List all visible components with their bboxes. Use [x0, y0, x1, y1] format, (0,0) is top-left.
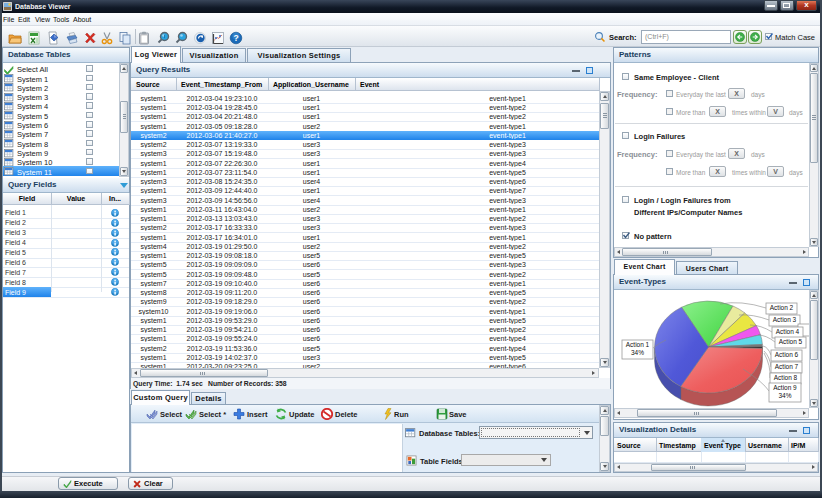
svg-text:Action 6: Action 6	[775, 351, 799, 358]
svg-text:Action 1: Action 1	[626, 341, 650, 348]
svg-text:?: ?	[233, 33, 238, 43]
svg-text:34%: 34%	[778, 392, 791, 399]
svg-text:Action 4: Action 4	[776, 328, 800, 335]
svg-text:Action 5: Action 5	[779, 338, 803, 345]
svg-text:Action 3: Action 3	[773, 316, 797, 323]
svg-text:Action 7: Action 7	[775, 363, 799, 370]
svg-text:34%: 34%	[631, 349, 644, 356]
svg-text:Action 9: Action 9	[773, 384, 797, 391]
svg-text:Action 8: Action 8	[774, 374, 798, 381]
svg-text:Action 2: Action 2	[770, 304, 794, 311]
